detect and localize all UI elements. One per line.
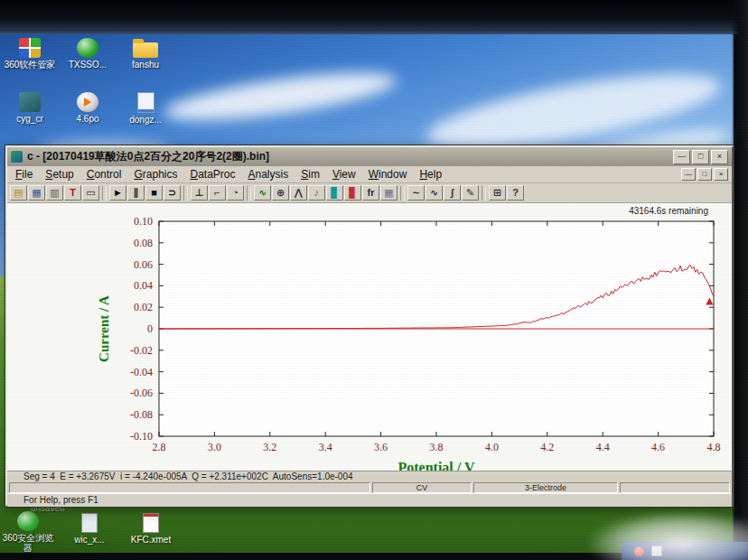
technique-label: CV — [372, 482, 472, 493]
child-restore-button[interactable]: □ — [697, 168, 712, 181]
desktop-icon-txsso[interactable]: TXSSO... — [61, 38, 114, 92]
fanshu-folder-icon — [133, 42, 158, 58]
menu-setup[interactable]: Setup — [39, 167, 79, 182]
desktop-icon-label: cyg_cr — [4, 114, 56, 124]
svg-text:4.2: 4.2 — [540, 441, 554, 453]
color-bars-icon[interactable]: ▊ — [326, 185, 343, 201]
desktop-icon-4-6po[interactable]: 4.6po — [61, 92, 114, 146]
child-controls: —□× — [681, 168, 728, 181]
wic-x-icon — [81, 513, 98, 533]
color-bars2-icon[interactable]: ▊ — [344, 185, 361, 201]
status-cell-empty — [620, 482, 730, 493]
text-tool-icon[interactable]: T — [64, 185, 81, 201]
menu-items: FileSetupControlGraphicsDataProcAnalysis… — [9, 167, 681, 182]
menu-dataproc[interactable]: DataProc — [183, 167, 241, 182]
desktop-icon-label: KFC.xmet — [125, 535, 177, 545]
menu-graphics[interactable]: Graphics — [127, 167, 183, 182]
svg-text:3.2: 3.2 — [263, 441, 276, 453]
kfc-xmet-icon — [143, 513, 159, 533]
menu-sim[interactable]: Sim — [295, 167, 326, 182]
desktop-icon-kfc-xmet[interactable]: KFC.xmet — [125, 511, 177, 553]
cyg-cr-icon — [19, 92, 41, 112]
svg-text:0.08: 0.08 — [134, 237, 153, 249]
open-icon[interactable]: ▤ — [10, 185, 27, 201]
integral-icon[interactable]: ∫ — [444, 185, 461, 201]
chart-client-area: 0.100.080.060.040.020-0.02-0.04-0.06-0.0… — [7, 203, 732, 471]
save-icon[interactable]: ▦ — [28, 185, 45, 201]
pen-icon[interactable]: ✎ — [462, 185, 479, 201]
svg-text:-0.06: -0.06 — [130, 387, 153, 399]
minimize-button[interactable]: — — [673, 150, 690, 164]
film-icon[interactable]: ▦ — [380, 185, 397, 201]
svg-text:-0.08: -0.08 — [130, 408, 153, 421]
svg-text:4.4: 4.4 — [596, 441, 610, 453]
svg-text:3.8: 3.8 — [430, 441, 444, 453]
360-software-manager-icon — [19, 38, 41, 58]
stop-icon[interactable]: ■ — [145, 185, 163, 201]
menu-help[interactable]: Help — [413, 167, 448, 182]
electrode-mode-label: 3-Electrode — [473, 482, 618, 493]
svg-text:-0.04: -0.04 — [130, 366, 153, 378]
technique-status-bar: CV 3-Electrode — [7, 482, 732, 493]
fr-tool-icon[interactable]: fr — [362, 185, 379, 201]
data-plot-icon[interactable]: ∿ — [254, 185, 271, 201]
svg-text:4.8: 4.8 — [707, 441, 721, 453]
desktop-icon-label: 360安全浏览器 — [2, 533, 54, 553]
y-axis-title: Current / A — [97, 295, 111, 362]
app-icon — [11, 151, 23, 163]
peak-icon[interactable]: ⋀ — [290, 185, 307, 201]
close-button[interactable]: × — [711, 150, 728, 164]
toolbar-separator — [400, 186, 405, 201]
svg-text:2.8: 2.8 — [153, 441, 166, 453]
instrument-status-line: Seg = 4 E = +3.2675V i = -4.240e-005A Q … — [7, 471, 732, 482]
smooth-icon[interactable]: ∼ — [407, 185, 425, 201]
svg-text:3.4: 3.4 — [319, 441, 332, 453]
menu-analysis[interactable]: Analysis — [242, 167, 295, 182]
desktop-icon-dongz[interactable]: dongz... — [119, 92, 172, 146]
desktop-icon-label: 360软件管家 — [4, 60, 56, 70]
menu-bar: FileSetupControlGraphicsDataProcAnalysis… — [7, 166, 732, 183]
desktop-icon-label: dongz... — [119, 115, 172, 125]
pause-icon[interactable]: ∥ — [127, 185, 145, 201]
maximize-button[interactable]: □ — [692, 150, 709, 164]
child-minimize-button[interactable]: — — [681, 168, 696, 181]
run-icon[interactable]: ► — [109, 185, 126, 201]
menu-file[interactable]: File — [9, 167, 39, 182]
svg-text:0: 0 — [147, 322, 153, 335]
svg-text:3.0: 3.0 — [208, 441, 221, 453]
alarm-icon[interactable]: ♪ — [308, 185, 325, 201]
desktop-icon-wic-x[interactable]: wic_x... — [63, 511, 116, 553]
desktop-icon-360-safe-browser[interactable]: 360安全浏览器 — [2, 511, 54, 553]
grid-icon[interactable]: ⊞ — [489, 185, 506, 201]
desktop-icon-cyg-cr[interactable]: cyg_cr — [4, 92, 56, 146]
monitor-bezel-right — [732, 0, 748, 560]
desktop-icon-360-software-manager[interactable]: 360软件管家 — [4, 38, 56, 92]
menu-control[interactable]: Control — [80, 167, 128, 182]
svg-text:0.04: 0.04 — [134, 279, 153, 292]
svg-text:0.10: 0.10 — [134, 215, 153, 228]
print-icon[interactable]: ▥ — [46, 185, 63, 201]
derivative-icon[interactable]: ∿ — [425, 185, 443, 201]
menu-view[interactable]: View — [326, 167, 362, 182]
desktop-icon-label: 4.6po — [61, 114, 114, 124]
zoom-icon[interactable]: ⊕ — [272, 185, 289, 201]
svg-text:3.6: 3.6 — [374, 441, 388, 453]
baseline-icon[interactable]: ⊥ — [191, 185, 208, 201]
slope-icon[interactable]: ⌐ — [209, 185, 226, 201]
menu-window[interactable]: Window — [362, 167, 414, 182]
child-close-button[interactable]: × — [714, 168, 728, 181]
help-status-bar: For Help, press F1 — [7, 493, 732, 507]
desktop-icons-top: 360软件管家TXSSO...fanshucyg_cr4.6podongz... — [4, 38, 177, 146]
svg-text:-0.02: -0.02 — [130, 344, 153, 357]
title-bar[interactable]: c - [20170419草酸法0点2百分之20序号2(2圈).bin] —□× — [7, 147, 732, 166]
360-safe-browser-icon — [17, 511, 39, 531]
toolbar-separator — [482, 186, 486, 201]
4-6po-icon — [77, 92, 98, 112]
reverse-scan-icon[interactable]: ⊃ — [164, 185, 181, 201]
timer-icon[interactable]: ◔ — [227, 185, 244, 201]
svg-text:0.06: 0.06 — [134, 258, 153, 271]
copy-window-icon[interactable]: ▭ — [82, 185, 99, 201]
chi-app-window: c - [20170419草酸法0点2百分之20序号2(2圈).bin] —□×… — [5, 145, 734, 507]
desktop-icon-fanshu-folder[interactable]: fanshu — [119, 38, 172, 92]
help-pointer-icon[interactable]: ? — [507, 185, 524, 201]
